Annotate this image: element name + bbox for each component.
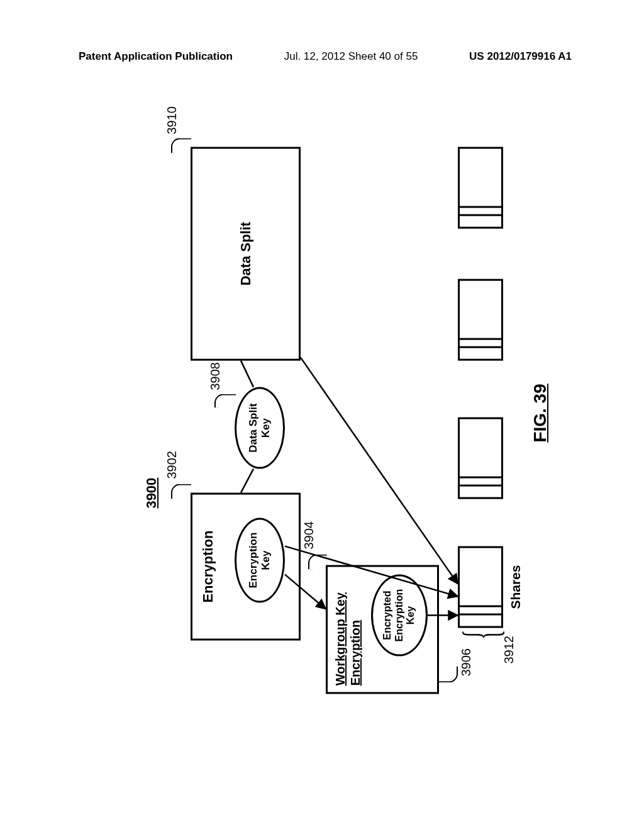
- encryption-key-ellipse: Encryption Key: [235, 518, 285, 603]
- leader-3910: [171, 138, 191, 153]
- svg-line-0: [241, 469, 253, 493]
- header-left: Patent Application Publication: [79, 50, 233, 63]
- ref-3904: 3904: [302, 521, 316, 550]
- ref-3902: 3902: [165, 451, 179, 479]
- encrypted-key-ellipse: Encrypted Encryption Key: [371, 575, 428, 656]
- workgroup-title: Workgroup Key Encryption: [333, 573, 363, 686]
- header-right: US 2012/0179916 A1: [469, 50, 572, 63]
- datasplit-key-ellipse: Data Split Key: [235, 387, 285, 469]
- svg-line-5: [301, 358, 458, 584]
- ref-3910: 3910: [165, 106, 179, 135]
- share-1: [458, 546, 503, 628]
- brace-icon: {: [455, 630, 506, 639]
- svg-line-1: [241, 361, 253, 387]
- leader-3902: [171, 484, 191, 499]
- encryption-title: Encryption: [200, 495, 216, 639]
- page-header: Patent Application Publication Jul. 12, …: [0, 50, 644, 63]
- figure-refnum: 3900: [143, 478, 160, 509]
- shares-label: Shares: [508, 565, 523, 609]
- share-2: [458, 418, 503, 499]
- datasplit-box: Data Split: [191, 147, 301, 361]
- figure-diagram: 3900 Encryption 3902 Encryption Key Work…: [143, 128, 546, 694]
- ref-3906: 3906: [459, 648, 474, 677]
- leader-3908: [214, 394, 236, 408]
- share-3: [458, 279, 503, 361]
- datasplit-title: Data Split: [238, 149, 254, 359]
- ref-3912: 3912: [502, 636, 516, 664]
- leader-3906: [439, 667, 458, 683]
- figure-caption: FIG. 39: [530, 384, 550, 442]
- leader-3904: [308, 555, 327, 570]
- share-4: [458, 147, 503, 229]
- ref-3908: 3908: [208, 362, 223, 390]
- header-mid: Jul. 12, 2012 Sheet 40 of 55: [284, 50, 418, 63]
